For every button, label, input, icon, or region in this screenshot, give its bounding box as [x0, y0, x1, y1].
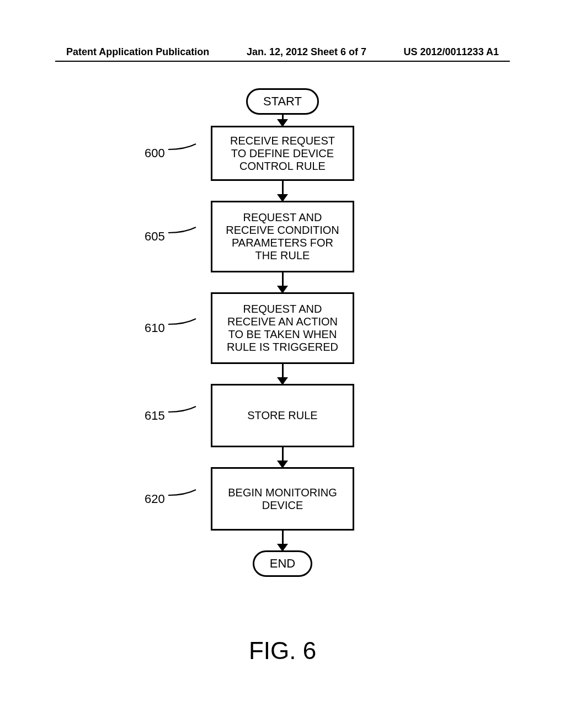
header-divider [55, 61, 510, 62]
step-text: REQUEST AND RECEIVE CONDITION PARAMETERS… [221, 211, 344, 262]
step-number: 605 [145, 229, 165, 244]
step-600-row: 600 RECEIVE REQUEST TO DEFINE DEVICE CON… [211, 126, 354, 181]
step-615-label: 615 [145, 409, 199, 423]
label-connector [168, 147, 199, 160]
arrow [282, 447, 284, 467]
label-connector [168, 230, 199, 243]
step-615-box: STORE RULE [211, 384, 354, 447]
step-number: 615 [145, 409, 165, 423]
page-header: Patent Application Publication Jan. 12, … [0, 46, 565, 58]
arrow [282, 364, 284, 384]
header-right: US 2012/0011233 A1 [404, 46, 499, 58]
header-left: Patent Application Publication [66, 46, 209, 58]
step-605-box: REQUEST AND RECEIVE CONDITION PARAMETERS… [211, 201, 354, 272]
step-text: REQUEST AND RECEIVE AN ACTION TO BE TAKE… [221, 303, 344, 354]
arrow [282, 181, 284, 201]
label-connector [168, 493, 199, 506]
step-600-box: RECEIVE REQUEST TO DEFINE DEVICE CONTROL… [211, 126, 354, 181]
label-connector [168, 322, 199, 335]
step-605-label: 605 [145, 229, 199, 244]
step-610-row: 610 REQUEST AND RECEIVE AN ACTION TO BE … [211, 292, 354, 364]
arrow [282, 115, 284, 126]
label-connector [168, 409, 199, 422]
step-number: 600 [145, 146, 165, 160]
step-620-row: 620 BEGIN MONITORING DEVICE [211, 467, 354, 531]
figure-label-text: FIG. 6 [249, 637, 316, 664]
start-label: START [263, 94, 302, 108]
arrow [282, 531, 284, 550]
step-number: 610 [145, 321, 165, 335]
step-text: RECEIVE REQUEST TO DEFINE DEVICE CONTROL… [221, 135, 344, 173]
step-610-box: REQUEST AND RECEIVE AN ACTION TO BE TAKE… [211, 292, 354, 364]
end-label: END [270, 556, 295, 570]
end-terminator: END [253, 550, 312, 577]
start-terminator: START [246, 88, 319, 115]
arrow [282, 272, 284, 292]
header-center: Jan. 12, 2012 Sheet 6 of 7 [247, 46, 366, 58]
step-620-box: BEGIN MONITORING DEVICE [211, 467, 354, 531]
step-600-label: 600 [145, 146, 199, 160]
step-620-label: 620 [145, 492, 199, 506]
step-605-row: 605 REQUEST AND RECEIVE CONDITION PARAME… [211, 201, 354, 272]
step-text: BEGIN MONITORING DEVICE [221, 486, 344, 512]
step-text: STORE RULE [247, 409, 317, 422]
step-610-label: 610 [145, 321, 199, 335]
step-number: 620 [145, 492, 165, 506]
flowchart: START 600 RECEIVE REQUEST TO DEFINE DEVI… [0, 88, 565, 577]
step-615-row: 615 STORE RULE [211, 384, 354, 447]
figure-label: FIG. 6 [0, 637, 565, 665]
